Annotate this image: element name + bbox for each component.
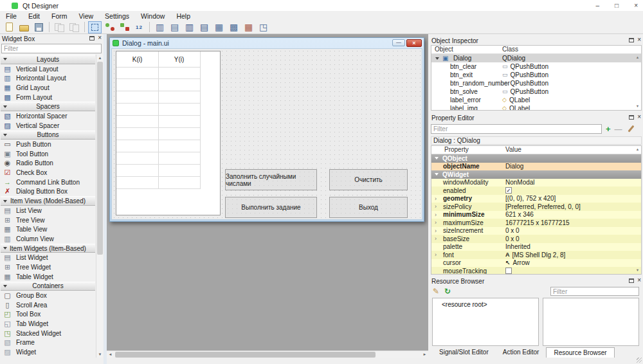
edit-resources-icon[interactable]: ✎ (433, 287, 439, 296)
expand-icon[interactable]: › (435, 196, 437, 202)
btn-exit[interactable]: Выход (329, 197, 408, 218)
widget-horizontal-layout[interactable]: ▥Horizontal Layout (1, 73, 95, 83)
expand-icon[interactable]: › (435, 235, 437, 242)
resource-detail-pane[interactable] (543, 298, 639, 346)
layout-form-icon[interactable]: ▩ (227, 21, 240, 33)
widget-form-layout[interactable]: ▩Form Layout (1, 93, 95, 102)
expander-icon[interactable] (435, 57, 439, 60)
property-row-objectname[interactable]: objectNameDialog (431, 163, 641, 171)
open-form-icon[interactable] (17, 21, 31, 33)
property-editor-scrollbar[interactable]: ▲ ▼ (635, 146, 641, 274)
scroll-down-icon[interactable]: ▼ (635, 268, 640, 273)
table-rows[interactable] (116, 67, 200, 189)
scrollbar-thumb[interactable] (97, 62, 103, 255)
section-containers[interactable]: Containers (1, 282, 95, 291)
widget-grid-layout[interactable]: ▦Grid Layout (1, 83, 95, 93)
adjust-size-icon[interactable]: ◳ (257, 21, 270, 33)
table-header-ki[interactable]: K(i) (116, 51, 158, 67)
menu-view[interactable]: View (73, 12, 100, 20)
property-row-basesize[interactable]: ›baseSize0 x 0 (431, 235, 641, 243)
widget-column-view[interactable]: ▥Column View (1, 234, 95, 244)
object-row-label-error[interactable]: label_error ◇QLabel (431, 96, 641, 104)
widget-scroll-area[interactable]: ▯Scroll Area (1, 300, 95, 310)
object-row-dialog[interactable]: ▣ Dialog QDialog (431, 54, 641, 62)
close-button[interactable]: × (634, 2, 638, 9)
widget-table-widget[interactable]: ▦Table Widget (1, 272, 95, 282)
property-row-font[interactable]: ›fontA[MS Shell Dlg 2, 8] (431, 251, 641, 259)
widget-box-header[interactable]: Widget Box × (0, 34, 104, 43)
tab-signal-slot-editor[interactable]: Signal/Slot Editor (432, 347, 496, 358)
property-row-windowmodality[interactable]: windowModalityNonModal (431, 179, 641, 187)
form-titlebar[interactable]: Dialog - main.ui — × (110, 38, 424, 48)
save-form-icon[interactable] (32, 21, 46, 33)
widget-group-box[interactable]: ▢Group Box (1, 291, 95, 300)
property-row-geometry[interactable]: ›geometry[(0, 0), 752 x 420] (431, 195, 641, 203)
object-inspector-scrollbar[interactable]: ▲ ▼ (635, 46, 641, 110)
widget-box-filter-input[interactable] (1, 44, 102, 53)
widget-horizontal-spacer[interactable]: ▧Horizontal Spacer (1, 111, 95, 121)
widget-stacked-widget[interactable]: ◳Stacked Widget (1, 329, 95, 338)
layout-grid-icon[interactable]: ▦ (212, 21, 226, 33)
float-panel-icon[interactable] (629, 278, 634, 283)
menu-file[interactable]: File (0, 12, 23, 20)
property-row-palette[interactable]: paletteInherited (431, 243, 641, 251)
property-row-minimumsize[interactable]: ›minimumSize621 x 346 (431, 211, 641, 219)
widget-tree-view[interactable]: ⊞Tree View (1, 215, 95, 225)
minimize-button[interactable]: – (596, 2, 600, 9)
property-group-qobject[interactable]: QObject (431, 154, 641, 163)
property-editor-header[interactable]: Property Editor × (430, 113, 643, 122)
scroll-down-icon[interactable]: ▼ (635, 104, 640, 109)
resource-filter-input[interactable] (550, 287, 639, 296)
tab-resource-browser[interactable]: Resource Browser (546, 347, 614, 358)
table-widget[interactable]: K(i) Y(i) (116, 51, 221, 215)
widget-list-widget[interactable]: ▤List Widget (1, 253, 95, 262)
section-layouts[interactable]: Layouts (1, 55, 95, 64)
property-row-enabled[interactable]: enabled✓ (431, 187, 641, 195)
layout-vertically-icon[interactable]: ▤ (168, 21, 181, 33)
reload-resources-icon[interactable]: ↻ (444, 287, 451, 296)
widget-tab-widget[interactable]: ◱Tab Widget (1, 319, 95, 329)
btn-random-number[interactable]: Заполнить случайными числами (225, 169, 317, 190)
edit-buddies-icon[interactable] (118, 21, 131, 33)
resource-root-item[interactable]: <resource root> (442, 301, 487, 308)
section-item-views[interactable]: Item Views (Model-Based) (1, 196, 95, 206)
menu-edit[interactable]: Edit (23, 12, 46, 20)
property-group-qwidget[interactable]: QWidget (431, 170, 641, 179)
configure-property-editor-icon[interactable] (626, 125, 635, 133)
property-row-sizeincrement[interactable]: ›sizeIncrement0 x 0 (431, 227, 641, 235)
layout-vertical-splitter-icon[interactable]: ▤ (197, 21, 211, 33)
object-row-label-img[interactable]: label_img ◇QLabel (431, 104, 641, 111)
edit-signals-slots-icon[interactable] (103, 21, 116, 33)
tab-action-editor[interactable]: Action Editor (496, 347, 547, 358)
widget-table-view[interactable]: ▦Table View (1, 224, 95, 234)
maximize-button[interactable]: □ (615, 2, 619, 9)
float-panel-icon[interactable] (89, 36, 95, 41)
scroll-up-icon[interactable]: ▲ (635, 55, 640, 60)
btn-solve[interactable]: Выполнить задание (225, 197, 317, 218)
object-row-btn-exit[interactable]: btn_exit ▭QPushButton (431, 71, 641, 79)
close-panel-icon[interactable]: × (637, 114, 641, 120)
property-filter-input[interactable] (431, 124, 602, 134)
widget-check-box[interactable]: ☑Check Box (1, 168, 95, 177)
scroll-up-icon[interactable]: ▲ (635, 147, 640, 152)
widget-command-link-button[interactable]: →Command Link Button (1, 177, 95, 187)
widget-vertical-spacer[interactable]: ▨Vertical Spacer (1, 121, 95, 131)
checkbox-checked[interactable]: ✓ (505, 187, 512, 194)
property-row-cursor[interactable]: cursor↖Arrow (431, 259, 641, 268)
form-canvas[interactable]: K(i) Y(i) Заполнить случайными числами О… (111, 48, 422, 220)
object-inspector-header[interactable]: Object Inspector × (430, 36, 643, 45)
expand-icon[interactable]: › (435, 203, 437, 210)
table-header-yi[interactable]: Y(i) (158, 51, 200, 67)
section-buttons[interactable]: Buttons (1, 131, 95, 140)
widget-list-view[interactable]: ▤List View (1, 206, 95, 215)
widget-radio-button[interactable]: ◉Radio Button (1, 159, 95, 168)
form-close-button[interactable]: × (406, 39, 422, 47)
mdi-horizontal-scrollbar[interactable]: ◄ ► (107, 350, 428, 358)
expand-icon[interactable]: › (435, 212, 437, 218)
scroll-up-icon[interactable]: ▲ (96, 55, 104, 61)
float-panel-icon[interactable] (629, 115, 634, 120)
menu-settings[interactable]: Settings (99, 12, 135, 20)
object-row-btn-random-number[interactable]: btn_random_number ▭QPushButton (431, 79, 641, 87)
resource-browser-header[interactable]: Resource Browser × (430, 277, 643, 286)
widget-push-button[interactable]: ▭Push Button (1, 140, 95, 149)
